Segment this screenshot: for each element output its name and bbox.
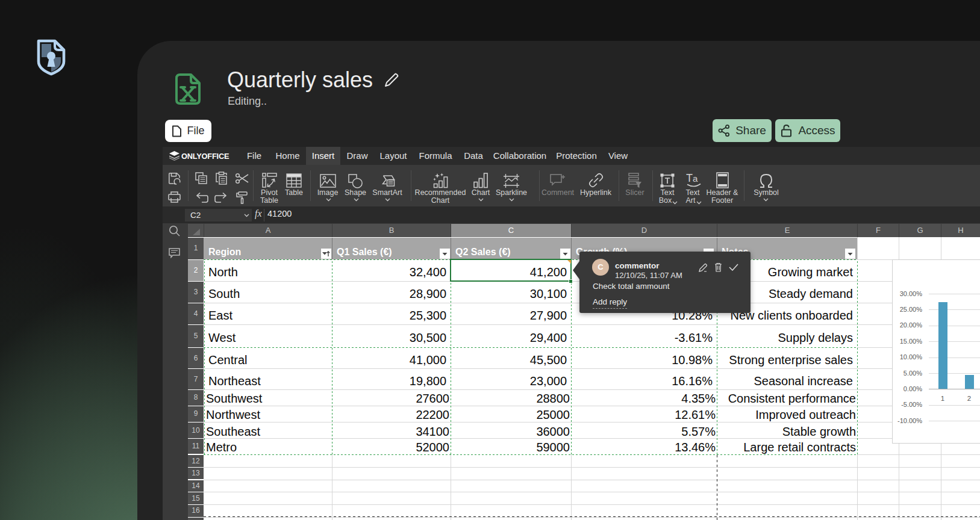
svg-text:a: a <box>693 173 698 184</box>
svg-text:T: T <box>686 172 693 184</box>
